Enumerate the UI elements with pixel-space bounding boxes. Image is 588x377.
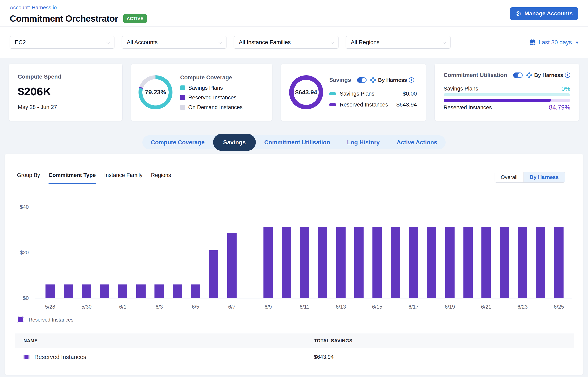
bar-5/30[interactable] <box>82 284 91 298</box>
bar-6/3[interactable] <box>155 284 164 298</box>
x-axis-label: 6/7 <box>222 304 242 310</box>
tab-commitment-utilisation[interactable]: Commitment Utilisation <box>256 139 338 146</box>
service-select-value: EC2 <box>15 39 26 46</box>
legend-checkbox[interactable] <box>17 316 24 323</box>
column-header-total-savings: TOTAL SAVINGS <box>314 338 353 344</box>
savings-card: $643.94 Savings By Harness i Savings Pla… <box>281 64 426 121</box>
x-axis-label: 5/28 <box>40 304 60 310</box>
chevron-down-icon <box>442 40 446 44</box>
coverage-percent: 79.23% <box>145 89 166 96</box>
view-by-harness-button[interactable]: By Harness <box>523 172 565 182</box>
bar-6/19[interactable] <box>445 227 455 298</box>
tab-log-history[interactable]: Log History <box>339 139 388 146</box>
date-range-picker[interactable]: Last 30 days ▾ <box>529 39 578 46</box>
regions-select[interactable]: All Regions <box>346 36 451 48</box>
bar-6/20[interactable] <box>464 227 473 298</box>
bar-6/24[interactable] <box>536 227 545 298</box>
bar-5/29[interactable] <box>64 284 73 298</box>
chevron-down-icon <box>106 40 110 44</box>
status-badge: ACTIVE <box>123 14 147 23</box>
gear-icon: ⚙ <box>516 10 522 17</box>
group-by-regions[interactable]: Regions <box>151 172 171 178</box>
x-axis-label: 6/3 <box>149 304 169 310</box>
account-breadcrumb-link[interactable]: Account: Harness.io <box>10 4 57 11</box>
accounts-select[interactable]: All Accounts <box>122 36 226 48</box>
view-overall-button[interactable]: Overall <box>495 172 523 182</box>
x-axis-label: 6/15 <box>367 304 387 310</box>
tab-compute-coverage[interactable]: Compute Coverage <box>142 139 213 146</box>
bar-6/13[interactable] <box>336 227 345 298</box>
bar-6/9[interactable] <box>264 227 273 298</box>
bar-6/5[interactable] <box>191 284 200 298</box>
by-harness-toggle[interactable] <box>513 72 523 78</box>
bar-6/18[interactable] <box>427 227 436 298</box>
tab-active-actions[interactable]: Active Actions <box>388 139 446 146</box>
x-axis-label: 6/13 <box>331 304 351 310</box>
date-range-value: Last 30 days <box>539 39 572 46</box>
bar-6/15[interactable] <box>372 227 382 298</box>
bar-6/1[interactable] <box>118 284 127 298</box>
legend-swatch <box>180 95 185 100</box>
row-checkbox[interactable] <box>23 354 30 360</box>
info-icon[interactable]: i <box>409 77 414 82</box>
caret-down-icon: ▾ <box>576 39 578 45</box>
savings-title: Savings <box>329 77 351 83</box>
savings-panel: Group By Commitment Type Instance Family… <box>5 154 583 375</box>
by-harness-label: By Harness <box>378 77 407 83</box>
bar-6/17[interactable] <box>409 227 418 298</box>
bar-6/12[interactable] <box>318 227 327 298</box>
legend-item: Savings Plans <box>180 85 243 91</box>
compute-spend-range: May 28 - Jun 27 <box>18 104 113 110</box>
bar-6/11[interactable] <box>300 227 309 298</box>
page-title: Commitment Orchestrator <box>10 13 118 24</box>
instance-families-select-value: All Instance Families <box>239 39 291 46</box>
y-axis-label: $0 <box>5 295 29 301</box>
regions-select-value: All Regions <box>351 39 379 46</box>
group-by-instance-family[interactable]: Instance Family <box>104 172 143 178</box>
compute-spend-card: Compute Spend $206K May 28 - Jun 27 <box>9 64 122 121</box>
bar-6/6[interactable] <box>209 250 218 298</box>
bar-6/22[interactable] <box>500 227 509 298</box>
savings-total: $643.94 <box>295 89 317 96</box>
bar-6/16[interactable] <box>391 227 400 298</box>
y-axis-label: $20 <box>5 249 29 256</box>
utilisation-title: Commitment Utilisation <box>444 72 507 78</box>
x-axis-label: 6/1 <box>113 304 133 310</box>
coverage-donut-chart: 79.23% <box>139 75 172 109</box>
legend-label: Reserved Instances <box>29 317 73 323</box>
compute-coverage-card: 79.23% Compute Coverage Savings Plans Re… <box>131 64 272 121</box>
compute-coverage-title: Compute Coverage <box>180 74 243 81</box>
savings-legend: Savings Plans$0.00 Reserved Instances$64… <box>329 91 417 108</box>
service-select[interactable]: EC2 <box>10 36 114 48</box>
bar-6/23[interactable] <box>518 227 527 298</box>
savings-chart: $0$20$405/285/306/16/36/56/76/96/116/136… <box>5 207 572 312</box>
filter-bar: EC2 All Accounts All Instance Families A… <box>0 26 588 58</box>
by-harness-toggle[interactable] <box>357 77 366 83</box>
accounts-select-value: All Accounts <box>127 39 158 46</box>
x-axis-label: 6/21 <box>476 304 496 310</box>
bar-6/21[interactable] <box>481 227 491 298</box>
bar-6/14[interactable] <box>354 227 364 298</box>
info-icon[interactable]: i <box>565 72 570 78</box>
legend-swatch <box>329 103 336 106</box>
bar-6/10[interactable] <box>282 227 291 298</box>
table-row[interactable]: Reserved Instances $643.94 <box>15 348 574 366</box>
bar-5/31[interactable] <box>100 284 109 298</box>
bar-6/7[interactable] <box>227 233 237 298</box>
instance-families-select[interactable]: All Instance Families <box>234 36 338 48</box>
x-axis-label: 6/9 <box>258 304 278 310</box>
group-by-commitment-type[interactable]: Commitment Type <box>48 172 96 184</box>
sp-utilisation-bar <box>444 93 570 96</box>
ri-utilisation-bar <box>444 99 570 102</box>
compute-spend-title: Compute Spend <box>18 73 113 80</box>
bar-6/2[interactable] <box>136 284 145 298</box>
commitment-utilisation-card: Commitment Utilisation By Harness i Savi… <box>435 64 579 121</box>
ri-utilisation-percent: 84.79% <box>549 104 570 111</box>
bar-5/28[interactable] <box>45 284 55 298</box>
bar-6/4[interactable] <box>173 284 182 298</box>
tab-savings[interactable]: Savings <box>213 134 256 151</box>
legend-swatch <box>329 92 336 95</box>
manage-accounts-button[interactable]: ⚙ Manage Accounts <box>510 7 578 20</box>
bar-6/25[interactable] <box>554 227 564 298</box>
main-tabs: Compute Coverage Savings Commitment Util… <box>0 134 588 151</box>
